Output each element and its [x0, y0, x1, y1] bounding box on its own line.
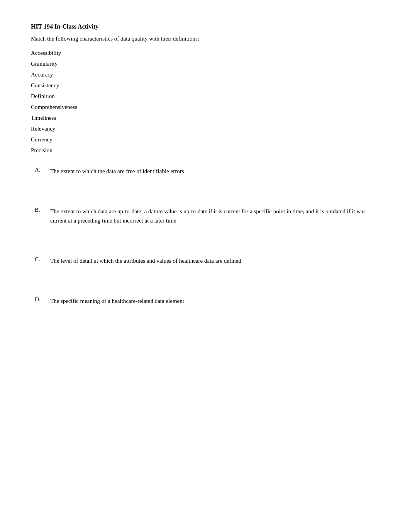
definition-item-a: A. The extent to which the data are free…	[31, 167, 379, 176]
definition-letter-a: A.	[31, 167, 50, 173]
term-item: Consistency	[31, 81, 379, 90]
term-item: Timeliness	[31, 113, 379, 122]
definition-letter-b: B.	[31, 207, 50, 213]
term-item: Definition	[31, 92, 379, 101]
term-item: Comprehensiveness	[31, 102, 379, 112]
definition-item-d: D. The specific meaning of a healthcare-…	[31, 296, 379, 306]
term-item: Accessibility	[31, 48, 379, 58]
page-title: HIT 194 In-Class Activity	[31, 23, 379, 30]
definition-item-b: B. The extent to which data are up-to-da…	[31, 207, 379, 225]
definition-letter-c: C.	[31, 256, 50, 263]
term-item: Precision	[31, 146, 379, 155]
definitions-section: A. The extent to which the data are free…	[31, 167, 379, 306]
definition-letter-d: D.	[31, 296, 50, 303]
term-item: Granularity	[31, 59, 379, 68]
term-item: Currency	[31, 135, 379, 144]
definition-text-a: The extent to which the data are free of…	[50, 167, 379, 176]
definition-item-c: C. The level of detail at which the attr…	[31, 256, 379, 265]
definition-text-d: The specific meaning of a healthcare-rel…	[50, 296, 379, 306]
definition-text-b: The extent to which data are up-to-date;…	[50, 207, 379, 225]
instructions-text: Match the following characteristics of d…	[31, 36, 379, 42]
definition-text-c: The level of detail at which the attribu…	[50, 256, 379, 265]
term-item: Accuracy	[31, 70, 379, 79]
term-item: Relevancy	[31, 124, 379, 133]
term-list: Accessibility Granularity Accuracy Consi…	[31, 48, 379, 155]
